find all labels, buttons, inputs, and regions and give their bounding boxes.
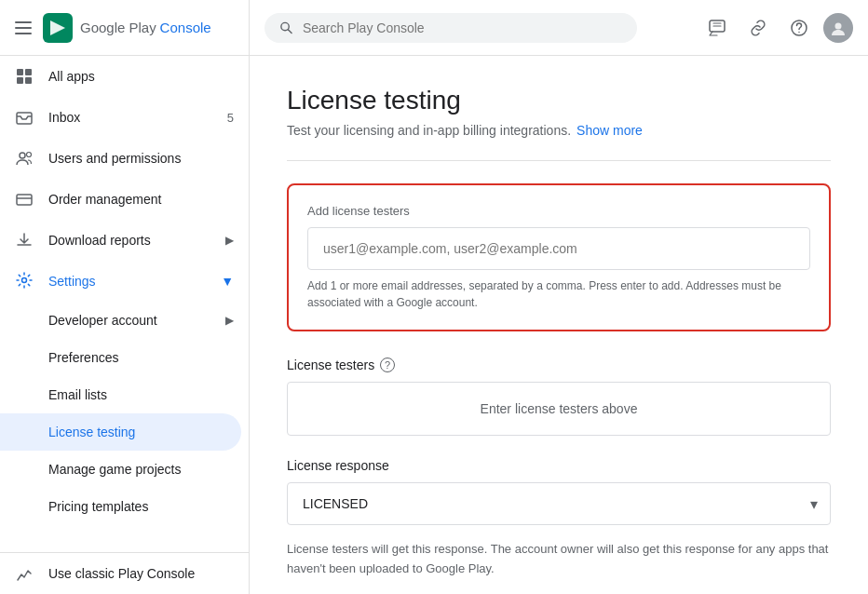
logo-area: Google Play Console (43, 13, 211, 43)
inbox-icon (15, 108, 34, 127)
page-subtitle: Test your licensing and in-app billing i… (287, 123, 831, 138)
sidebar-item-inbox[interactable]: Inbox 5 (0, 97, 249, 138)
main-content: License testing Test your licensing and … (250, 0, 868, 594)
sidebar-item-settings[interactable]: Settings ▼ (0, 261, 249, 302)
svg-point-9 (22, 277, 27, 282)
sidebar-item-use-classic[interactable]: Use classic Play Console (0, 553, 249, 594)
sidebar-item-pricing-templates[interactable]: Pricing templates (0, 488, 249, 525)
sidebar-item-order-label: Order management (48, 192, 161, 207)
divider (287, 160, 831, 161)
add-testers-label: Add license testers (307, 204, 810, 218)
license-testers-empty-state: Enter license testers above (287, 382, 831, 436)
sidebar-item-preferences-label: Preferences (48, 350, 118, 365)
sidebar-item-use-classic-label: Use classic Play Console (48, 566, 195, 581)
help-icon-button[interactable] (782, 11, 816, 45)
search-bar[interactable] (264, 13, 637, 43)
sidebar-bottom: Use classic Play Console (0, 552, 249, 594)
sidebar-item-email-lists-label: Email lists (48, 387, 107, 402)
avatar-icon (829, 19, 848, 37)
show-more-link[interactable]: Show more (576, 123, 643, 138)
sidebar-item-inbox-label: Inbox (48, 110, 80, 125)
sidebar: Google Play Console All apps Inbox 5 Use… (0, 0, 250, 594)
avatar[interactable] (823, 13, 853, 43)
chat-icon-button[interactable] (700, 11, 734, 45)
sidebar-item-manage-game-projects[interactable]: Manage game projects (0, 451, 249, 488)
svg-rect-3 (17, 77, 23, 84)
svg-point-13 (798, 31, 800, 33)
svg-point-6 (20, 153, 25, 158)
svg-rect-5 (17, 113, 32, 124)
sidebar-item-all-apps[interactable]: All apps (0, 56, 249, 97)
sidebar-item-download-label: Download reports (48, 233, 151, 248)
search-icon (279, 20, 293, 35)
page-content: License testing Test your licensing and … (250, 56, 868, 594)
license-response-hint: License testers will get this response. … (287, 540, 831, 579)
logo-icon (43, 13, 73, 43)
sidebar-header: Google Play Console (0, 0, 249, 56)
sidebar-item-all-apps-label: All apps (48, 69, 95, 84)
link-icon (749, 19, 767, 37)
sidebar-item-email-lists[interactable]: Email lists (0, 376, 249, 413)
license-response-select-wrapper: LICENSED NOT_LICENSED LICENSED_OLD_KEY ▾ (287, 482, 831, 525)
license-response-label: License response (287, 458, 831, 473)
search-input[interactable] (303, 20, 622, 35)
sidebar-item-license-testing[interactable]: License testing (0, 413, 241, 451)
card-icon (15, 190, 34, 209)
topbar (250, 0, 868, 56)
settings-label: Settings (48, 274, 96, 289)
users-icon (15, 149, 34, 168)
license-testers-help-icon[interactable]: ? (380, 358, 395, 372)
developer-account-chevron-icon: ▶ (225, 314, 234, 327)
sidebar-item-order-management[interactable]: Order management (0, 179, 249, 220)
analytics-icon (15, 564, 34, 583)
sidebar-item-download-reports[interactable]: Download reports ▶ (0, 220, 249, 261)
chat-icon (708, 19, 726, 37)
sidebar-item-manage-game-projects-label: Manage game projects (48, 462, 181, 477)
svg-rect-1 (17, 69, 23, 75)
page-title: License testing (287, 86, 831, 115)
sidebar-item-license-testing-label: License testing (48, 425, 135, 439)
tester-email-input[interactable] (307, 227, 810, 270)
sidebar-item-developer-account[interactable]: Developer account ▶ (0, 302, 249, 339)
license-testers-label: License testers ? (287, 358, 831, 372)
settings-icon (15, 271, 34, 292)
add-testers-box: Add license testers Add 1 or more email … (287, 183, 831, 331)
link-icon-button[interactable] (741, 11, 775, 45)
grid-icon (15, 67, 34, 86)
help-icon (790, 19, 808, 37)
download-icon (15, 231, 34, 250)
svg-rect-4 (25, 77, 32, 84)
topbar-actions (700, 11, 853, 45)
sidebar-item-preferences[interactable]: Preferences (0, 339, 249, 376)
settings-chevron-icon: ▼ (221, 274, 234, 289)
logo-text: Google Play Console (80, 20, 211, 35)
tester-hint: Add 1 or more email addresses, separated… (307, 277, 810, 311)
sidebar-item-developer-account-label: Developer account (48, 313, 157, 328)
hamburger-button[interactable] (11, 18, 35, 38)
inbox-badge: 5 (227, 111, 234, 125)
sidebar-item-pricing-templates-label: Pricing templates (48, 499, 148, 514)
svg-point-14 (835, 22, 842, 29)
svg-rect-2 (25, 69, 32, 75)
download-chevron-icon: ▶ (225, 234, 234, 247)
sidebar-item-users-label: Users and permissions (48, 151, 181, 166)
svg-rect-8 (17, 195, 32, 205)
license-response-select[interactable]: LICENSED NOT_LICENSED LICENSED_OLD_KEY (287, 482, 831, 525)
sidebar-item-users-permissions[interactable]: Users and permissions (0, 138, 249, 179)
svg-point-7 (27, 153, 32, 157)
